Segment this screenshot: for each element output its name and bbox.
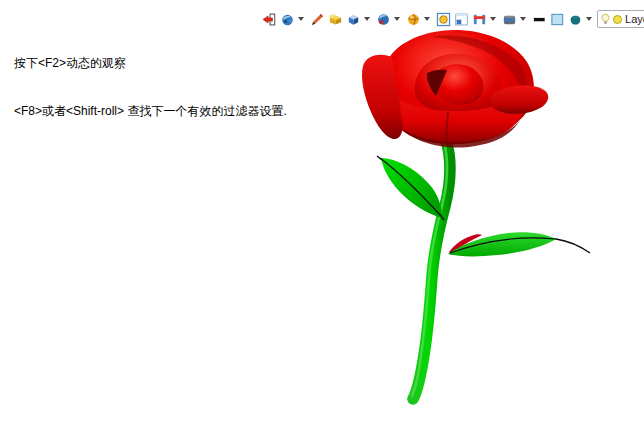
open-box-button[interactable] bbox=[327, 11, 344, 28]
cad-application-window: { "prompt": { "line1": "按下<F2>动态的观察", "l… bbox=[0, 0, 644, 430]
h-tool-button[interactable] bbox=[471, 11, 488, 28]
orange-sphere-icon bbox=[406, 12, 421, 27]
left-leaf[interactable] bbox=[381, 158, 442, 218]
h-tool-dropdown-icon[interactable] bbox=[489, 11, 496, 28]
teal-material-dropdown-icon[interactable] bbox=[585, 11, 592, 28]
shaded-solid-icon bbox=[502, 12, 517, 27]
top-toolbar: Layer0000 bbox=[261, 10, 644, 28]
pencil-icon bbox=[310, 12, 325, 27]
blue-plane-icon bbox=[550, 12, 565, 27]
teal-material-button[interactable] bbox=[567, 11, 584, 28]
pencil-button[interactable] bbox=[309, 11, 326, 28]
layer-control-combobox[interactable]: Layer0000 bbox=[597, 10, 644, 28]
rose-model[interactable] bbox=[362, 30, 590, 399]
viewport-window-icon bbox=[454, 12, 469, 27]
orbit-sphere-icon bbox=[280, 12, 295, 27]
h-tool-icon bbox=[472, 12, 487, 27]
cube-icon bbox=[346, 12, 361, 27]
viewport-window-button[interactable] bbox=[453, 11, 470, 28]
orbit-sphere-dropdown-icon[interactable] bbox=[297, 11, 304, 28]
exit-button[interactable] bbox=[261, 11, 278, 28]
command-prompt-line1: 按下<F2>动态的观察 bbox=[14, 55, 287, 71]
orange-sphere-button[interactable] bbox=[405, 11, 422, 28]
layer-on-bulb-icon bbox=[601, 13, 610, 26]
shaded-solid-dropdown-icon[interactable] bbox=[519, 11, 526, 28]
orange-sphere-dropdown-icon[interactable] bbox=[423, 11, 430, 28]
render-region-icon bbox=[436, 12, 451, 27]
command-prompt: 按下<F2>动态的观察 <F8>或者<Shift-roll> 查找下一个有效的过… bbox=[14, 23, 287, 135]
blue-plane-button[interactable] bbox=[549, 11, 566, 28]
layer-name-label: Layer0000 bbox=[625, 13, 644, 25]
exit-icon bbox=[262, 12, 277, 27]
rose-flower[interactable] bbox=[362, 30, 548, 148]
render-region-button[interactable] bbox=[435, 11, 452, 28]
cube-dropdown-icon[interactable] bbox=[363, 11, 370, 28]
shaded-sphere-dropdown-icon[interactable] bbox=[393, 11, 400, 28]
shaded-sphere-button[interactable] bbox=[375, 11, 392, 28]
thick-line-icon bbox=[532, 12, 547, 27]
shaded-solid-button[interactable] bbox=[501, 11, 518, 28]
teal-material-icon bbox=[568, 12, 583, 27]
open-box-icon bbox=[328, 12, 343, 27]
layer-color-swatch bbox=[613, 15, 622, 24]
orbit-sphere-button[interactable] bbox=[279, 11, 296, 28]
cube-button[interactable] bbox=[345, 11, 362, 28]
thick-line-button[interactable] bbox=[531, 11, 548, 28]
command-prompt-line2: <F8>或者<Shift-roll> 查找下一个有效的过滤器设置. bbox=[14, 103, 287, 119]
shaded-sphere-icon bbox=[376, 12, 391, 27]
